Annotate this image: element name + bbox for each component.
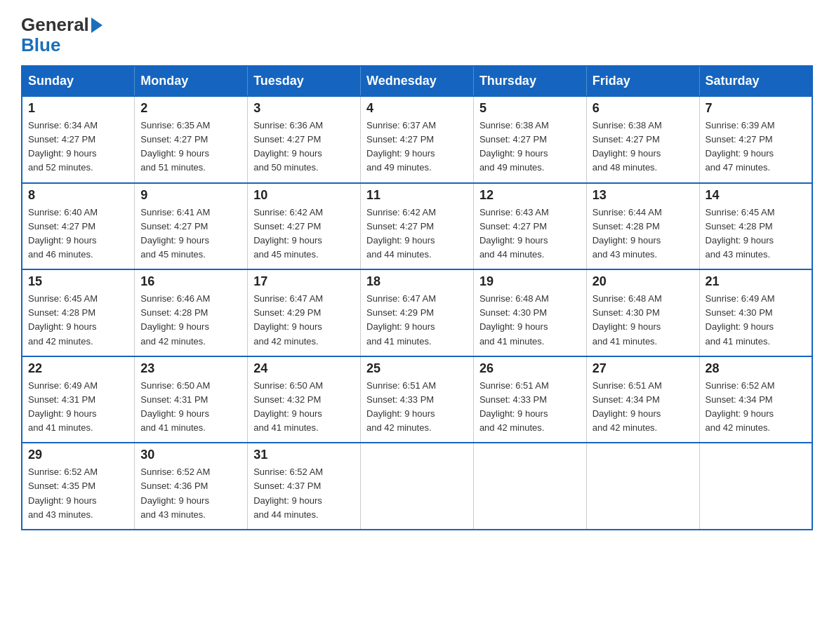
logo: General Blue (21, 14, 102, 54)
calendar-day-cell: 26 Sunrise: 6:51 AM Sunset: 4:33 PM Dayl… (473, 356, 586, 443)
day-info: Sunrise: 6:46 AM Sunset: 4:28 PM Dayligh… (140, 292, 241, 349)
day-info: Sunrise: 6:50 AM Sunset: 4:32 PM Dayligh… (253, 379, 355, 436)
calendar-day-cell (586, 443, 699, 530)
day-number: 11 (366, 188, 468, 203)
day-number: 8 (28, 188, 128, 203)
day-number: 28 (706, 361, 806, 376)
calendar-day-cell: 5 Sunrise: 6:38 AM Sunset: 4:27 PM Dayli… (473, 96, 586, 183)
day-number: 17 (253, 274, 355, 289)
day-info: Sunrise: 6:47 AM Sunset: 4:29 PM Dayligh… (366, 292, 468, 349)
day-info: Sunrise: 6:36 AM Sunset: 4:27 PM Dayligh… (253, 119, 355, 175)
day-number: 23 (140, 361, 241, 376)
day-info: Sunrise: 6:52 AM Sunset: 4:37 PM Dayligh… (253, 465, 355, 522)
calendar-day-cell: 21 Sunrise: 6:49 AM Sunset: 4:30 PM Dayl… (699, 269, 812, 356)
day-info: Sunrise: 6:48 AM Sunset: 4:30 PM Dayligh… (593, 292, 694, 349)
calendar-day-cell: 3 Sunrise: 6:36 AM Sunset: 4:27 PM Dayli… (248, 96, 361, 183)
day-number: 4 (366, 101, 468, 116)
calendar-day-cell: 7 Sunrise: 6:39 AM Sunset: 4:27 PM Dayli… (699, 96, 812, 183)
day-info: Sunrise: 6:49 AM Sunset: 4:30 PM Dayligh… (706, 292, 806, 349)
calendar-day-cell: 4 Sunrise: 6:37 AM Sunset: 4:27 PM Dayli… (361, 96, 474, 183)
day-of-week-header: Friday (586, 66, 699, 96)
day-info: Sunrise: 6:50 AM Sunset: 4:31 PM Dayligh… (140, 379, 241, 436)
calendar-week-row: 15 Sunrise: 6:45 AM Sunset: 4:28 PM Dayl… (22, 269, 812, 356)
day-number: 25 (366, 361, 468, 376)
day-info: Sunrise: 6:47 AM Sunset: 4:29 PM Dayligh… (253, 292, 355, 349)
logo-general-text: General (21, 14, 89, 36)
day-info: Sunrise: 6:40 AM Sunset: 4:27 PM Dayligh… (28, 206, 128, 262)
calendar-day-cell (699, 443, 812, 530)
calendar-week-row: 22 Sunrise: 6:49 AM Sunset: 4:31 PM Dayl… (22, 356, 812, 443)
calendar-day-cell: 29 Sunrise: 6:52 AM Sunset: 4:35 PM Dayl… (22, 443, 135, 530)
calendar-day-cell: 13 Sunrise: 6:44 AM Sunset: 4:28 PM Dayl… (586, 183, 699, 270)
day-number: 19 (479, 274, 581, 289)
day-number: 29 (28, 448, 128, 462)
day-info: Sunrise: 6:42 AM Sunset: 4:27 PM Dayligh… (253, 206, 355, 262)
calendar-day-cell: 27 Sunrise: 6:51 AM Sunset: 4:34 PM Dayl… (586, 356, 699, 443)
day-info: Sunrise: 6:52 AM Sunset: 4:35 PM Dayligh… (28, 465, 128, 522)
calendar-day-cell: 15 Sunrise: 6:45 AM Sunset: 4:28 PM Dayl… (22, 269, 135, 356)
day-info: Sunrise: 6:41 AM Sunset: 4:27 PM Dayligh… (140, 206, 241, 262)
logo-blue-text: Blue (21, 36, 60, 54)
day-info: Sunrise: 6:51 AM Sunset: 4:33 PM Dayligh… (366, 379, 468, 436)
day-of-week-header: Thursday (473, 66, 586, 96)
day-number: 26 (479, 361, 581, 376)
calendar-day-cell: 11 Sunrise: 6:42 AM Sunset: 4:27 PM Dayl… (361, 183, 474, 270)
calendar-day-cell: 31 Sunrise: 6:52 AM Sunset: 4:37 PM Dayl… (248, 443, 361, 530)
day-info: Sunrise: 6:52 AM Sunset: 4:34 PM Dayligh… (706, 379, 806, 436)
calendar-day-cell: 18 Sunrise: 6:47 AM Sunset: 4:29 PM Dayl… (361, 269, 474, 356)
day-info: Sunrise: 6:51 AM Sunset: 4:34 PM Dayligh… (593, 379, 694, 436)
calendar-day-cell: 19 Sunrise: 6:48 AM Sunset: 4:30 PM Dayl… (473, 269, 586, 356)
day-number: 9 (140, 188, 241, 203)
calendar-day-cell: 9 Sunrise: 6:41 AM Sunset: 4:27 PM Dayli… (135, 183, 248, 270)
day-info: Sunrise: 6:38 AM Sunset: 4:27 PM Dayligh… (593, 119, 694, 175)
calendar-table: SundayMondayTuesdayWednesdayThursdayFrid… (21, 65, 813, 530)
calendar-header-row: SundayMondayTuesdayWednesdayThursdayFrid… (22, 66, 812, 96)
day-number: 27 (593, 361, 694, 376)
day-info: Sunrise: 6:42 AM Sunset: 4:27 PM Dayligh… (366, 206, 468, 262)
day-info: Sunrise: 6:45 AM Sunset: 4:28 PM Dayligh… (706, 206, 806, 262)
day-of-week-header: Saturday (699, 66, 812, 96)
calendar-day-cell: 24 Sunrise: 6:50 AM Sunset: 4:32 PM Dayl… (248, 356, 361, 443)
calendar-day-cell: 8 Sunrise: 6:40 AM Sunset: 4:27 PM Dayli… (22, 183, 135, 270)
calendar-week-row: 8 Sunrise: 6:40 AM Sunset: 4:27 PM Dayli… (22, 183, 812, 270)
day-number: 14 (706, 188, 806, 203)
calendar-week-row: 29 Sunrise: 6:52 AM Sunset: 4:35 PM Dayl… (22, 443, 812, 530)
calendar-day-cell: 12 Sunrise: 6:43 AM Sunset: 4:27 PM Dayl… (473, 183, 586, 270)
day-number: 2 (140, 101, 241, 116)
day-number: 12 (479, 188, 581, 203)
calendar-day-cell: 1 Sunrise: 6:34 AM Sunset: 4:27 PM Dayli… (22, 96, 135, 183)
day-number: 3 (253, 101, 355, 116)
day-number: 31 (253, 448, 355, 462)
day-number: 1 (28, 101, 128, 116)
calendar-day-cell: 10 Sunrise: 6:42 AM Sunset: 4:27 PM Dayl… (248, 183, 361, 270)
calendar-day-cell: 2 Sunrise: 6:35 AM Sunset: 4:27 PM Dayli… (135, 96, 248, 183)
day-info: Sunrise: 6:39 AM Sunset: 4:27 PM Dayligh… (706, 119, 806, 175)
day-number: 22 (28, 361, 128, 376)
calendar-day-cell: 20 Sunrise: 6:48 AM Sunset: 4:30 PM Dayl… (586, 269, 699, 356)
day-info: Sunrise: 6:35 AM Sunset: 4:27 PM Dayligh… (140, 119, 241, 175)
day-info: Sunrise: 6:44 AM Sunset: 4:28 PM Dayligh… (593, 206, 694, 262)
day-of-week-header: Sunday (22, 66, 135, 96)
calendar-day-cell: 23 Sunrise: 6:50 AM Sunset: 4:31 PM Dayl… (135, 356, 248, 443)
calendar-day-cell: 14 Sunrise: 6:45 AM Sunset: 4:28 PM Dayl… (699, 183, 812, 270)
day-number: 5 (479, 101, 581, 116)
calendar-day-cell: 30 Sunrise: 6:52 AM Sunset: 4:36 PM Dayl… (135, 443, 248, 530)
day-number: 16 (140, 274, 241, 289)
calendar-day-cell: 25 Sunrise: 6:51 AM Sunset: 4:33 PM Dayl… (361, 356, 474, 443)
day-number: 15 (28, 274, 128, 289)
calendar-day-cell: 28 Sunrise: 6:52 AM Sunset: 4:34 PM Dayl… (699, 356, 812, 443)
day-info: Sunrise: 6:52 AM Sunset: 4:36 PM Dayligh… (140, 465, 241, 522)
calendar-day-cell (361, 443, 474, 530)
day-info: Sunrise: 6:49 AM Sunset: 4:31 PM Dayligh… (28, 379, 128, 436)
day-of-week-header: Wednesday (361, 66, 474, 96)
day-info: Sunrise: 6:34 AM Sunset: 4:27 PM Dayligh… (28, 119, 128, 175)
day-number: 30 (140, 448, 241, 462)
day-number: 13 (593, 188, 694, 203)
day-info: Sunrise: 6:38 AM Sunset: 4:27 PM Dayligh… (479, 119, 581, 175)
day-number: 6 (593, 101, 694, 116)
day-number: 7 (706, 101, 806, 116)
day-of-week-header: Monday (135, 66, 248, 96)
logo-triangle-icon (91, 18, 102, 33)
day-info: Sunrise: 6:51 AM Sunset: 4:33 PM Dayligh… (479, 379, 581, 436)
day-number: 24 (253, 361, 355, 376)
